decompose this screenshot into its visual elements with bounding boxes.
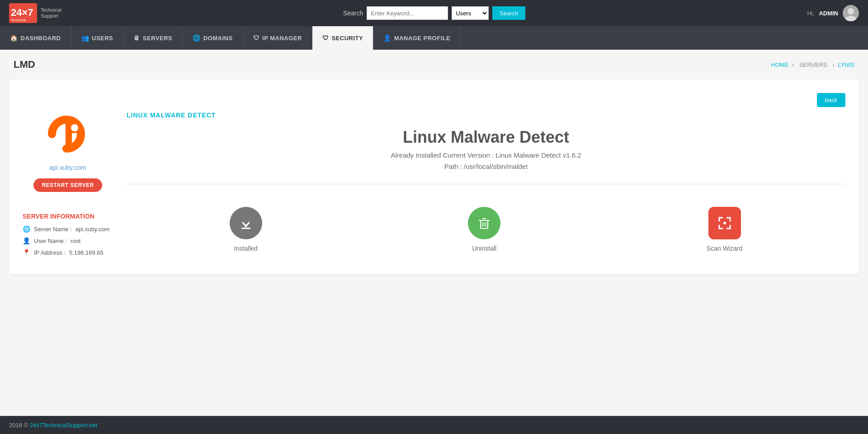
actions-row: Installed	[127, 202, 845, 257]
svg-rect-11	[241, 228, 250, 229]
footer: 2018 © 24x7TechnicalSupport.net	[0, 416, 868, 434]
nav-label-domains: DOMAINS	[203, 35, 233, 42]
nav-bar: 🏠 DASHBOARD 👥 USERS 🖥 SERVERS 🌐 DOMAINS …	[0, 26, 868, 50]
footer-year: 2018 ©	[9, 422, 28, 429]
servers-icon: 🖥	[133, 34, 140, 42]
breadcrumb-home[interactable]: HOME	[771, 61, 788, 68]
ip-value: 5.196.169.65	[69, 249, 104, 256]
lmd-title: Linux Malware Detect	[127, 128, 845, 147]
svg-marker-10	[242, 218, 250, 228]
breadcrumb: HOME › SERVERS › LYNIS	[771, 61, 854, 68]
cpanel-logo-svg	[38, 114, 97, 154]
uninstall-icon-circle	[468, 207, 500, 239]
svg-rect-9	[71, 124, 78, 131]
main-content: LMD HOME › SERVERS › LYNIS back	[0, 50, 868, 416]
trash-icon	[475, 214, 493, 232]
nav-label-servers: SERVERS	[143, 35, 172, 42]
nav-item-domains[interactable]: 🌐 DOMAINS	[183, 26, 243, 50]
security-icon: 🛡	[322, 34, 329, 42]
globe-icon: 🌐	[23, 225, 30, 233]
logo-icon: 24×7 Technical	[9, 3, 37, 23]
lmd-path: Path : /usr/local/sbin/maldet	[127, 163, 845, 170]
user-value: root	[71, 238, 80, 244]
nav-item-servers[interactable]: 🖥 SERVERS	[123, 26, 183, 50]
nav-label-manage-profile: MANAGE PROFILE	[394, 35, 451, 42]
restart-server-button[interactable]: RESTART SERVER	[33, 178, 102, 192]
breadcrumb-current[interactable]: LYNIS	[838, 61, 854, 68]
breadcrumb-servers: SERVERS	[799, 61, 827, 68]
profile-icon: 👤	[383, 34, 392, 42]
nav-item-ip-manager[interactable]: 🛡 IP MANAGER	[243, 26, 312, 50]
action-scan-wizard[interactable]: Scan Wizard	[707, 207, 742, 252]
back-button[interactable]: back	[817, 93, 845, 107]
pin-icon: 📍	[23, 249, 30, 256]
breadcrumb-sep1: ›	[792, 61, 796, 68]
breadcrumb-sep2: ›	[832, 61, 836, 68]
user-area: Hi, ADMIN	[807, 5, 859, 21]
server-name-label: Server Name :	[34, 226, 72, 233]
lmd-subtitle: Already Installed Current Version : Linu…	[127, 151, 845, 159]
avatar[interactable]	[843, 5, 859, 21]
divider	[127, 184, 845, 184]
search-button[interactable]: Search	[492, 6, 525, 20]
server-info-title: SERVER INFORMATION	[23, 213, 113, 220]
footer-link[interactable]: 24x7TechnicalSupport.net	[30, 422, 98, 429]
home-icon: 🏠	[10, 34, 18, 42]
installed-label: Installed	[234, 245, 258, 252]
ip-label: IP Address :	[34, 249, 66, 256]
page-title: LMD	[14, 59, 35, 70]
server-info-section: SERVER INFORMATION 🌐 Server Name : api.x…	[23, 213, 113, 261]
download-icon	[237, 214, 255, 232]
scan-icon	[716, 214, 734, 232]
right-main: LINUX MALWARE DETECT Linux Malware Detec…	[127, 112, 845, 261]
server-name-value: api.xuby.com	[75, 226, 110, 233]
username-row: 👤 User Name : root	[23, 237, 113, 244]
page-header: LMD HOME › SERVERS › LYNIS	[9, 59, 859, 70]
server-name-link[interactable]: api.xuby.com	[49, 164, 86, 171]
svg-text:24×7: 24×7	[11, 7, 33, 18]
card-inner: api.xuby.com RESTART SERVER SERVER INFOR…	[23, 112, 845, 261]
ip-row: 📍 IP Address : 5.196.169.65	[23, 249, 113, 256]
svg-point-18	[723, 222, 726, 224]
username-text: ADMIN	[819, 10, 838, 17]
search-label: Search	[343, 9, 363, 17]
nav-label-users: USERS	[92, 35, 113, 42]
section-title: LINUX MALWARE DETECT	[127, 112, 845, 119]
left-sidebar: api.xuby.com RESTART SERVER SERVER INFOR…	[23, 112, 113, 261]
search-input[interactable]	[367, 6, 448, 20]
action-uninstall[interactable]: Uninstall	[468, 207, 500, 252]
svg-text:Technical: Technical	[11, 18, 26, 22]
top-header: 24×7 Technical Technical Support Search …	[0, 0, 868, 26]
search-select[interactable]: Users Servers Domains	[452, 6, 489, 20]
users-icon: 👥	[81, 34, 90, 42]
cpanel-logo	[36, 112, 99, 157]
installed-icon-circle	[230, 207, 262, 239]
domains-icon: 🌐	[193, 34, 201, 42]
scan-wizard-label: Scan Wizard	[707, 245, 742, 252]
uninstall-label: Uninstall	[472, 245, 496, 252]
user-label: User Name :	[34, 238, 67, 244]
ip-manager-icon: 🛡	[253, 34, 260, 42]
nav-item-users[interactable]: 👥 USERS	[71, 26, 124, 50]
nav-label-dashboard: DASHBOARD	[21, 35, 61, 42]
scan-wizard-icon-circle	[708, 207, 741, 239]
logo-area: 24×7 Technical Technical Support	[9, 3, 61, 23]
search-area: Search Users Servers Domains Search	[343, 6, 526, 20]
greeting-text: Hi,	[807, 10, 814, 17]
nav-item-manage-profile[interactable]: 👤 MANAGE PROFILE	[373, 26, 461, 50]
action-installed[interactable]: Installed	[230, 207, 262, 252]
nav-label-security: SECURITY	[331, 35, 363, 42]
logo-text: Technical Support	[41, 7, 61, 19]
user-icon: 👤	[23, 237, 30, 244]
content-card: back	[9, 79, 859, 274]
nav-item-dashboard[interactable]: 🏠 DASHBOARD	[0, 26, 71, 50]
nav-label-ip-manager: IP MANAGER	[262, 35, 302, 42]
nav-item-security[interactable]: 🛡 SECURITY	[312, 26, 373, 50]
server-name-row: 🌐 Server Name : api.xuby.com	[23, 225, 113, 233]
svg-point-4	[848, 8, 854, 14]
